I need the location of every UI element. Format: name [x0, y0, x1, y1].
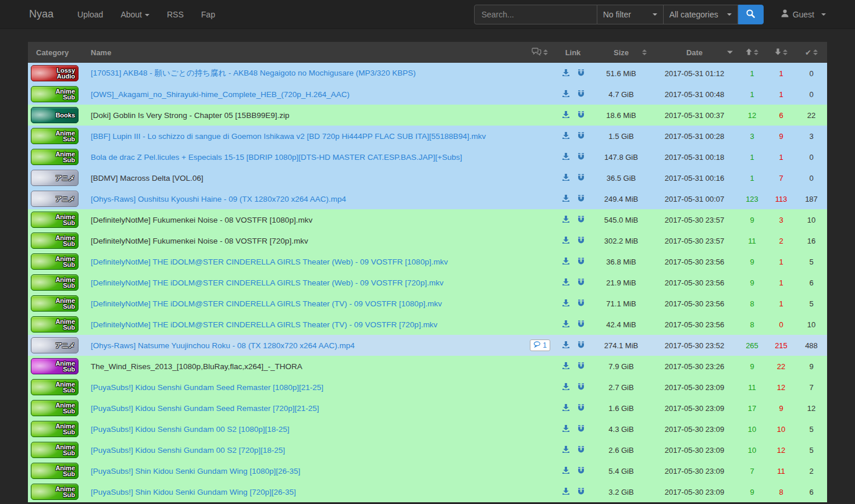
- download-icon[interactable]: [562, 152, 570, 162]
- download-icon[interactable]: [562, 257, 570, 267]
- magnet-icon[interactable]: [577, 194, 585, 204]
- category-badge-anime-sub[interactable]: AnimeSub: [31, 442, 79, 458]
- header-leechers[interactable]: [767, 42, 796, 63]
- torrent-name-link[interactable]: [DefinitelyNotMe] THE iDOLM@STER CINDERE…: [91, 278, 443, 287]
- search-input[interactable]: [474, 5, 597, 24]
- torrent-name-link[interactable]: [Ohys-Raws] Oushitsu Kyoushi Haine - 09 …: [91, 195, 346, 203]
- comments-badge[interactable]: 1: [530, 339, 550, 351]
- category-badge-anime-raw[interactable]: アニメ: [31, 191, 79, 207]
- header-completed[interactable]: ✔: [796, 42, 827, 63]
- torrent-name-link[interactable]: [170531] AKB48 - 願いごとの持ち腐れ - AKB48 Negai…: [91, 69, 416, 77]
- download-icon[interactable]: [562, 383, 570, 392]
- search-button[interactable]: [738, 5, 764, 24]
- download-icon[interactable]: [562, 424, 570, 434]
- category-badge-anime-sub[interactable]: AnimeSub: [31, 233, 79, 249]
- torrent-name-link[interactable]: [BDMV] Macross Delta [VOL.06]: [91, 174, 204, 183]
- download-icon[interactable]: [562, 445, 570, 455]
- header-size[interactable]: Size: [591, 42, 651, 63]
- download-icon[interactable]: [562, 90, 570, 99]
- magnet-icon[interactable]: [577, 403, 585, 413]
- magnet-icon[interactable]: [577, 215, 585, 225]
- category-badge-anime-raw[interactable]: アニメ: [31, 170, 79, 186]
- magnet-icon[interactable]: [577, 278, 585, 288]
- category-badge-anime-sub[interactable]: AnimeSub: [31, 463, 79, 479]
- category-select[interactable]: All categories: [664, 5, 738, 24]
- torrent-name-link[interactable]: [DefinitelyNotMe] THE iDOLM@STER CINDERE…: [91, 299, 442, 308]
- magnet-icon[interactable]: [577, 466, 585, 476]
- download-icon[interactable]: [562, 299, 570, 309]
- magnet-icon[interactable]: [577, 257, 585, 267]
- download-icon[interactable]: [562, 341, 570, 351]
- download-icon[interactable]: [562, 173, 570, 183]
- category-badge-anime-sub-purple[interactable]: AnimeSub: [31, 358, 79, 374]
- torrent-name-link[interactable]: [DefinitelyNotMe] Fukumenkei Noise - 08 …: [91, 237, 308, 245]
- header-date[interactable]: Date: [651, 42, 738, 63]
- torrent-name-link[interactable]: [DefinitelyNotMe] THE iDOLM@STER CINDERE…: [91, 320, 437, 329]
- download-icon[interactable]: [562, 487, 570, 497]
- category-badge-anime-sub[interactable]: AnimeSub: [31, 421, 79, 437]
- magnet-icon[interactable]: [577, 90, 585, 99]
- magnet-icon[interactable]: [577, 236, 585, 246]
- torrent-name-link[interactable]: [PuyaSubs!] Kidou Senshi Gundam 00 S2 [1…: [91, 425, 289, 434]
- magnet-icon[interactable]: [577, 131, 585, 141]
- category-badge-anime-raw[interactable]: アニメ: [31, 337, 79, 353]
- torrent-name-link[interactable]: [PuyaSubs!] Kidou Senshi Gundam Seed Rem…: [91, 404, 319, 413]
- header-category[interactable]: Category: [28, 42, 86, 63]
- download-icon[interactable]: [562, 110, 570, 120]
- brand-link[interactable]: Nyaa: [29, 8, 54, 20]
- download-icon[interactable]: [562, 466, 570, 476]
- category-badge-anime-sub[interactable]: AnimeSub: [31, 400, 79, 416]
- category-badge-anime-sub[interactable]: AnimeSub: [31, 253, 79, 270]
- magnet-icon[interactable]: [577, 152, 585, 162]
- category-badge-anime-sub[interactable]: AnimeSub: [31, 128, 79, 144]
- magnet-icon[interactable]: [577, 173, 585, 183]
- torrent-name-link[interactable]: [BBF] Lupin III - Lo schizzo di sangue d…: [91, 132, 486, 141]
- magnet-icon[interactable]: [577, 362, 585, 371]
- magnet-icon[interactable]: [577, 341, 585, 351]
- torrent-name-link[interactable]: [DefinitelyNotMe] THE iDOLM@STER CINDERE…: [91, 258, 448, 266]
- magnet-icon[interactable]: [577, 383, 585, 392]
- torrent-name-link[interactable]: [PuyaSubs!] Shin Kidou Senki Gundam Wing…: [91, 488, 296, 496]
- category-badge-anime-sub[interactable]: AnimeSub: [31, 149, 79, 165]
- torrent-name-link[interactable]: [DefinitelyNotMe] Fukumenkei Noise - 08 …: [91, 216, 312, 224]
- torrent-name-link[interactable]: [PuyaSubs!] Kidou Senshi Gundam Seed Rem…: [91, 383, 323, 392]
- download-icon[interactable]: [562, 403, 570, 413]
- category-badge-anime-sub[interactable]: AnimeSub: [31, 295, 79, 312]
- filter-select[interactable]: No filter: [597, 5, 664, 24]
- download-icon[interactable]: [562, 69, 570, 78]
- torrent-name-link[interactable]: [PuyaSubs!] Shin Kidou Senki Gundam Wing…: [91, 467, 300, 476]
- torrent-name-link[interactable]: [Ohys-Raws] Natsume Yuujinchou Roku - 08…: [91, 341, 355, 350]
- header-seeders[interactable]: [738, 42, 767, 63]
- torrent-name-link[interactable]: [Doki] Goblin Is Very Strong - Chapter 0…: [91, 111, 289, 120]
- download-icon[interactable]: [562, 278, 570, 288]
- magnet-icon[interactable]: [577, 110, 585, 120]
- header-name[interactable]: Name: [86, 42, 525, 63]
- download-icon[interactable]: [562, 131, 570, 141]
- magnet-icon[interactable]: [577, 69, 585, 78]
- torrent-name-link[interactable]: [PuyaSubs!] Kidou Senshi Gundam 00 S2 [7…: [91, 446, 285, 455]
- user-menu[interactable]: Guest: [781, 9, 826, 19]
- category-badge-anime-sub[interactable]: AnimeSub: [31, 316, 79, 333]
- category-badge-anime-sub[interactable]: AnimeSub: [31, 379, 79, 395]
- nav-item-fap[interactable]: Fap: [193, 1, 224, 28]
- category-badge-lossy-audio[interactable]: LossyAudio: [31, 65, 79, 81]
- magnet-icon[interactable]: [577, 299, 585, 309]
- header-comments[interactable]: [525, 42, 555, 63]
- category-badge-anime-sub[interactable]: AnimeSub: [31, 86, 79, 102]
- magnet-icon[interactable]: [577, 445, 585, 455]
- download-icon[interactable]: [562, 236, 570, 246]
- nav-item-rss[interactable]: RSS: [158, 1, 193, 28]
- download-icon[interactable]: [562, 320, 570, 330]
- category-badge-anime-sub[interactable]: AnimeSub: [31, 274, 79, 291]
- category-badge-anime-sub[interactable]: AnimeSub: [31, 212, 79, 228]
- torrent-name-link[interactable]: Bola de drac Z Pel.licules + Especials 1…: [91, 153, 462, 162]
- torrent-name-link[interactable]: The_Wind_Rises_2013_[1080p,BluRay,flac,x…: [91, 362, 302, 371]
- torrent-name-link[interactable]: [OWS]_Akagami_no_Shirayuki-hime_Complete…: [91, 90, 350, 99]
- nav-item-about[interactable]: About: [112, 1, 158, 28]
- download-icon[interactable]: [562, 215, 570, 225]
- magnet-icon[interactable]: [577, 320, 585, 330]
- download-icon[interactable]: [562, 194, 570, 204]
- magnet-icon[interactable]: [577, 487, 585, 497]
- download-icon[interactable]: [562, 362, 570, 371]
- magnet-icon[interactable]: [577, 424, 585, 434]
